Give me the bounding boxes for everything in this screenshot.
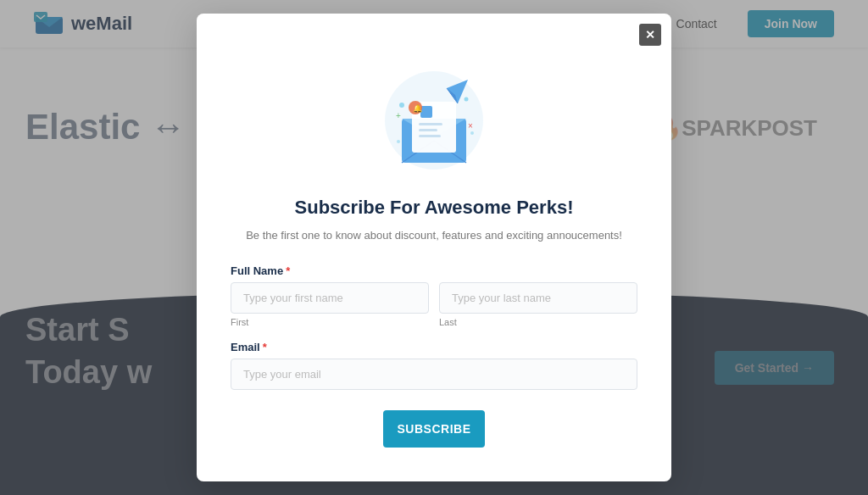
first-name-col: First [231,282,429,327]
modal-title: Subscribe For Awesome Perks! [231,197,637,219]
svg-text:×: × [468,121,473,131]
svg-point-4 [399,103,404,108]
svg-text:🔔: 🔔 [413,103,423,114]
modal-overlay: ✕ × + [0,0,868,495]
svg-rect-16 [419,123,442,125]
email-input[interactable] [231,359,637,390]
full-name-label: Full Name * [231,264,637,277]
subscribe-modal: ✕ × + [197,14,671,481]
modal-illustration: × + [231,44,637,180]
email-required: * [263,341,267,353]
subscribe-button[interactable]: SUBSCRIBE [383,410,485,448]
email-label: Email * [231,341,637,353]
name-row: First Last [231,282,637,327]
full-name-group: Full Name * First Last [231,264,637,327]
modal-subtitle: Be the first one to know about discount,… [231,227,637,244]
svg-point-5 [465,97,469,102]
svg-rect-18 [419,135,441,137]
modal-close-button[interactable]: ✕ [639,24,661,46]
svg-rect-15 [420,106,432,118]
svg-rect-17 [419,129,437,131]
first-name-input[interactable] [231,282,429,314]
last-name-input[interactable] [439,282,637,314]
svg-point-7 [397,140,400,143]
last-sublabel: Last [439,317,637,327]
full-name-required: * [286,264,290,277]
first-sublabel: First [231,317,429,327]
svg-point-6 [470,131,474,135]
last-name-col: Last [439,282,637,327]
email-illustration-icon: × + [366,44,502,180]
email-group: Email * [231,341,637,390]
svg-text:+: + [396,111,401,120]
